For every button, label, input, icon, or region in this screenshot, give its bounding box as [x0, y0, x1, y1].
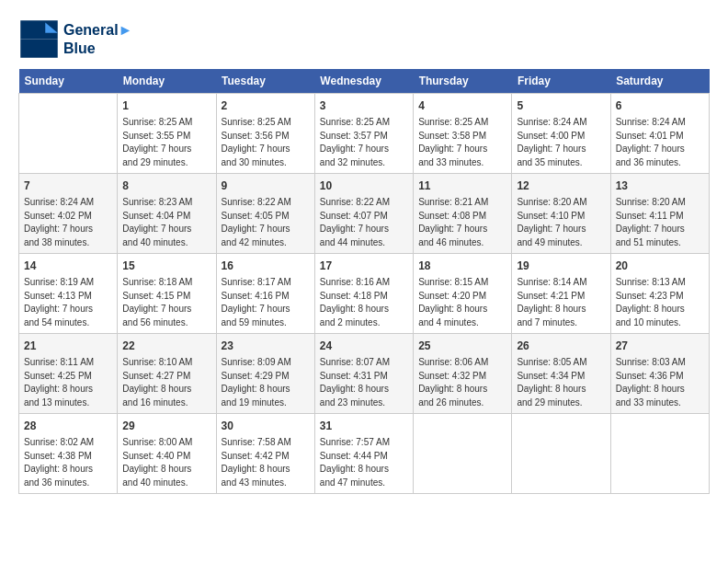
calendar-cell: 27Sunrise: 8:03 AM Sunset: 4:36 PM Dayli…: [610, 334, 709, 414]
cell-content: Sunrise: 8:19 AM Sunset: 4:13 PM Dayligh…: [24, 276, 112, 329]
cell-content: Sunrise: 8:16 AM Sunset: 4:18 PM Dayligh…: [320, 276, 408, 329]
header-friday: Friday: [512, 69, 610, 94]
day-number: 22: [122, 338, 210, 354]
logo-text: General► Blue: [63, 21, 132, 56]
day-number: 3: [320, 98, 408, 114]
cell-content: Sunrise: 8:22 AM Sunset: 4:05 PM Dayligh…: [222, 196, 310, 249]
calendar-cell: 22Sunrise: 8:10 AM Sunset: 4:27 PM Dayli…: [118, 334, 216, 414]
day-number: 26: [517, 338, 605, 354]
day-number: 18: [418, 258, 506, 274]
day-number: 17: [320, 258, 408, 274]
cell-content: Sunrise: 8:20 AM Sunset: 4:10 PM Dayligh…: [517, 196, 605, 249]
day-number: 12: [517, 178, 605, 194]
calendar-cell: 15Sunrise: 8:18 AM Sunset: 4:15 PM Dayli…: [118, 254, 216, 334]
calendar-cell: [610, 414, 709, 494]
calendar-cell: 20Sunrise: 8:13 AM Sunset: 4:23 PM Dayli…: [610, 254, 709, 334]
cell-content: Sunrise: 8:10 AM Sunset: 4:27 PM Dayligh…: [122, 356, 210, 409]
calendar-cell: 5Sunrise: 8:24 AM Sunset: 4:00 PM Daylig…: [512, 94, 610, 174]
calendar-cell: 31Sunrise: 7:57 AM Sunset: 4:44 PM Dayli…: [314, 414, 413, 494]
cell-content: Sunrise: 8:09 AM Sunset: 4:29 PM Dayligh…: [222, 356, 310, 409]
cell-content: Sunrise: 8:00 AM Sunset: 4:40 PM Dayligh…: [122, 436, 210, 489]
cell-content: Sunrise: 8:11 AM Sunset: 4:25 PM Dayligh…: [24, 356, 112, 409]
calendar-cell: 12Sunrise: 8:20 AM Sunset: 4:10 PM Dayli…: [512, 174, 610, 254]
calendar-cell: 11Sunrise: 8:21 AM Sunset: 4:08 PM Dayli…: [414, 174, 512, 254]
cell-content: Sunrise: 8:23 AM Sunset: 4:04 PM Dayligh…: [122, 196, 210, 249]
day-number: 19: [517, 258, 605, 274]
cell-content: Sunrise: 8:24 AM Sunset: 4:02 PM Dayligh…: [24, 196, 112, 249]
day-number: 6: [616, 98, 704, 114]
cell-content: Sunrise: 8:15 AM Sunset: 4:20 PM Dayligh…: [418, 276, 506, 329]
calendar-cell: 10Sunrise: 8:22 AM Sunset: 4:07 PM Dayli…: [314, 174, 413, 254]
cell-content: Sunrise: 8:07 AM Sunset: 4:31 PM Dayligh…: [320, 356, 408, 409]
calendar-cell: 23Sunrise: 8:09 AM Sunset: 4:29 PM Dayli…: [216, 334, 314, 414]
day-number: 4: [418, 98, 506, 114]
cell-content: Sunrise: 8:22 AM Sunset: 4:07 PM Dayligh…: [320, 196, 408, 249]
day-number: 14: [24, 258, 112, 274]
week-row-5: 28Sunrise: 8:02 AM Sunset: 4:38 PM Dayli…: [19, 414, 710, 494]
calendar-cell: 28Sunrise: 8:02 AM Sunset: 4:38 PM Dayli…: [19, 414, 118, 494]
day-number: 7: [24, 178, 112, 194]
cell-content: Sunrise: 8:24 AM Sunset: 4:01 PM Dayligh…: [616, 116, 704, 169]
cell-content: Sunrise: 8:06 AM Sunset: 4:32 PM Dayligh…: [418, 356, 506, 409]
calendar-cell: 6Sunrise: 8:24 AM Sunset: 4:01 PM Daylig…: [610, 94, 709, 174]
day-number: 8: [122, 178, 210, 194]
logo: General► Blue: [18, 18, 132, 60]
day-number: 1: [122, 98, 210, 114]
calendar-cell: 7Sunrise: 8:24 AM Sunset: 4:02 PM Daylig…: [19, 174, 118, 254]
week-row-3: 14Sunrise: 8:19 AM Sunset: 4:13 PM Dayli…: [19, 254, 710, 334]
header-wednesday: Wednesday: [314, 69, 413, 94]
cell-content: Sunrise: 8:20 AM Sunset: 4:11 PM Dayligh…: [616, 196, 704, 249]
calendar-cell: 9Sunrise: 8:22 AM Sunset: 4:05 PM Daylig…: [216, 174, 314, 254]
header-thursday: Thursday: [414, 69, 512, 94]
day-number: 31: [320, 418, 408, 434]
calendar-cell: 8Sunrise: 8:23 AM Sunset: 4:04 PM Daylig…: [118, 174, 216, 254]
day-number: 24: [320, 338, 408, 354]
calendar-cell: [19, 94, 118, 174]
cell-content: Sunrise: 8:03 AM Sunset: 4:36 PM Dayligh…: [616, 356, 704, 409]
day-number: 28: [24, 418, 112, 434]
week-row-1: 1Sunrise: 8:25 AM Sunset: 3:55 PM Daylig…: [19, 94, 710, 174]
calendar-cell: 2Sunrise: 8:25 AM Sunset: 3:56 PM Daylig…: [216, 94, 314, 174]
day-number: 27: [616, 338, 704, 354]
day-number: 11: [418, 178, 506, 194]
cell-content: Sunrise: 7:58 AM Sunset: 4:42 PM Dayligh…: [222, 436, 310, 489]
day-number: 21: [24, 338, 112, 354]
header-monday: Monday: [118, 69, 216, 94]
calendar-cell: 26Sunrise: 8:05 AM Sunset: 4:34 PM Dayli…: [512, 334, 610, 414]
cell-content: Sunrise: 7:57 AM Sunset: 4:44 PM Dayligh…: [320, 436, 408, 489]
cell-content: Sunrise: 8:25 AM Sunset: 3:58 PM Dayligh…: [418, 116, 506, 169]
cell-content: Sunrise: 8:05 AM Sunset: 4:34 PM Dayligh…: [517, 356, 605, 409]
page-header: General► Blue: [18, 18, 710, 60]
calendar-cell: 16Sunrise: 8:17 AM Sunset: 4:16 PM Dayli…: [216, 254, 314, 334]
calendar-cell: 4Sunrise: 8:25 AM Sunset: 3:58 PM Daylig…: [414, 94, 512, 174]
header-saturday: Saturday: [610, 69, 709, 94]
calendar-cell: 18Sunrise: 8:15 AM Sunset: 4:20 PM Dayli…: [414, 254, 512, 334]
week-row-4: 21Sunrise: 8:11 AM Sunset: 4:25 PM Dayli…: [19, 334, 710, 414]
day-number: 30: [222, 418, 310, 434]
cell-content: Sunrise: 8:25 AM Sunset: 3:57 PM Dayligh…: [320, 116, 408, 169]
day-number: 13: [616, 178, 704, 194]
logo-icon: [18, 18, 60, 60]
week-row-2: 7Sunrise: 8:24 AM Sunset: 4:02 PM Daylig…: [19, 174, 710, 254]
calendar-cell: 1Sunrise: 8:25 AM Sunset: 3:55 PM Daylig…: [118, 94, 216, 174]
header-tuesday: Tuesday: [216, 69, 314, 94]
day-number: 20: [616, 258, 704, 274]
calendar-header-row: SundayMondayTuesdayWednesdayThursdayFrid…: [19, 69, 710, 94]
calendar-cell: 19Sunrise: 8:14 AM Sunset: 4:21 PM Dayli…: [512, 254, 610, 334]
calendar-cell: 21Sunrise: 8:11 AM Sunset: 4:25 PM Dayli…: [19, 334, 118, 414]
day-number: 2: [222, 98, 310, 114]
calendar-cell: 24Sunrise: 8:07 AM Sunset: 4:31 PM Dayli…: [314, 334, 413, 414]
calendar-cell: 13Sunrise: 8:20 AM Sunset: 4:11 PM Dayli…: [610, 174, 709, 254]
day-number: 9: [222, 178, 310, 194]
cell-content: Sunrise: 8:25 AM Sunset: 3:55 PM Dayligh…: [122, 116, 210, 169]
day-number: 16: [222, 258, 310, 274]
calendar-cell: 17Sunrise: 8:16 AM Sunset: 4:18 PM Dayli…: [314, 254, 413, 334]
calendar-cell: 25Sunrise: 8:06 AM Sunset: 4:32 PM Dayli…: [414, 334, 512, 414]
cell-content: Sunrise: 8:25 AM Sunset: 3:56 PM Dayligh…: [222, 116, 310, 169]
day-number: 29: [122, 418, 210, 434]
cell-content: Sunrise: 8:13 AM Sunset: 4:23 PM Dayligh…: [616, 276, 704, 329]
cell-content: Sunrise: 8:02 AM Sunset: 4:38 PM Dayligh…: [24, 436, 112, 489]
calendar-cell: [414, 414, 512, 494]
cell-content: Sunrise: 8:24 AM Sunset: 4:00 PM Dayligh…: [517, 116, 605, 169]
day-number: 10: [320, 178, 408, 194]
